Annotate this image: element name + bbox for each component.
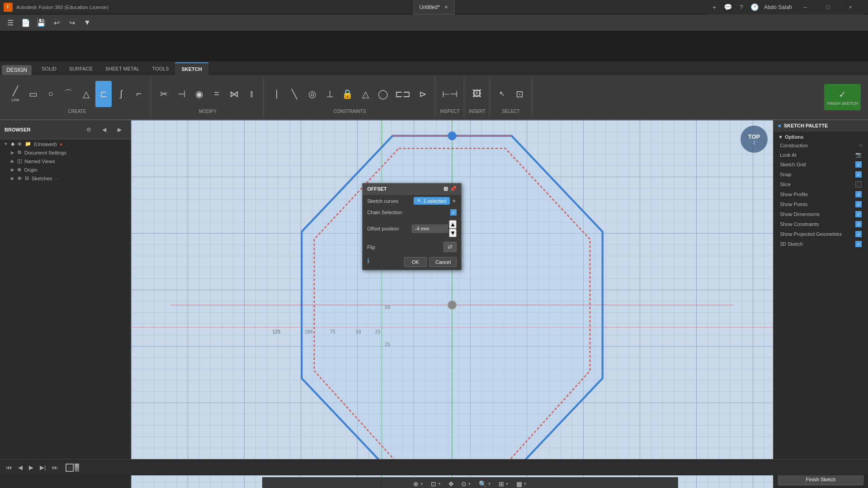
palette-show-points-row[interactable]: Show Points ✓ (774, 199, 868, 209)
smooth-button[interactable]: ◯ (375, 81, 391, 107)
rect-tool-button[interactable]: ▭ (25, 81, 41, 107)
flip-button[interactable]: ⇄ (443, 242, 457, 252)
offset-position-input[interactable] (412, 225, 448, 233)
browser-settings-icon[interactable]: ⚙ (82, 123, 95, 136)
trim-button[interactable]: ✂ (156, 81, 172, 107)
cancel-button[interactable]: Cancel (429, 257, 457, 267)
view-cube-button[interactable]: ⊞▼ (496, 479, 512, 488)
show-constraints-checkbox[interactable]: ✓ (855, 221, 862, 227)
clear-selection-button[interactable]: × (452, 197, 457, 204)
browser-item-sketches[interactable]: ▶ 👁 ⊟ Sketches ··· (0, 174, 131, 183)
timeline-scrubber[interactable] (75, 464, 79, 472)
coincident-button[interactable]: | (269, 81, 285, 107)
snap-button[interactable]: ⊕▼ (410, 479, 426, 488)
pan-button[interactable]: ✥ (446, 479, 457, 488)
timeline-frame-indicator[interactable]: □ (66, 464, 74, 472)
timeline-last-button[interactable]: ⏭ (50, 463, 60, 472)
browser-item-doc-settings[interactable]: ▶ ⚙ Document Settings (0, 148, 131, 157)
visibility-icon[interactable]: 👁 (17, 141, 22, 147)
sketch-grid-checkbox[interactable]: ✓ (855, 161, 862, 168)
chain-selection-checkbox[interactable]: ✓ (450, 209, 457, 216)
palette-construction-row[interactable]: Construction ◁ (774, 141, 868, 150)
grid-button[interactable]: ▦▼ (514, 479, 530, 488)
document-tab[interactable]: Untitled* × (414, 0, 455, 14)
insert-image-button[interactable]: 🖼 (469, 81, 485, 107)
slice-checkbox[interactable] (855, 181, 862, 188)
save-button[interactable]: 💾 (34, 16, 48, 29)
show-dimensions-checkbox[interactable]: ✓ (855, 211, 862, 217)
collinear-button[interactable]: ╲ (286, 81, 302, 107)
more-options-button[interactable]: ▼ (80, 16, 94, 29)
app-menu-button[interactable]: ☰ (4, 16, 17, 29)
offset-spin-down[interactable]: ▼ (449, 229, 457, 237)
equal-button[interactable]: ⊏⊐ (392, 81, 413, 107)
selected-badge[interactable]: ↖ 1 selected (414, 197, 449, 205)
3d-sketch-checkbox[interactable]: ✓ (855, 241, 862, 247)
view-indicator[interactable]: TOP 2 (741, 126, 768, 153)
redo-button[interactable]: ↪ (65, 16, 79, 29)
curve-tool-button[interactable]: ∫ (113, 81, 129, 107)
feedback-button[interactable]: ? (737, 2, 745, 12)
maximize-button[interactable]: □ (817, 0, 838, 14)
show-profile-checkbox[interactable]: ✓ (855, 191, 862, 197)
new-tab-button[interactable]: + (710, 2, 719, 12)
new-file-button[interactable]: 📄 (19, 16, 33, 29)
offset-spin-up[interactable]: ▲ (449, 220, 457, 229)
close-button[interactable]: × (840, 0, 861, 14)
palette-look-at-row[interactable]: Look At 📷 (774, 150, 868, 160)
options-expand-icon[interactable]: ▼ (778, 134, 783, 140)
palette-show-profile-row[interactable]: Show Profile ✓ (774, 189, 868, 199)
timeline-next-button[interactable]: ▶| (38, 463, 48, 472)
orbit-button[interactable]: ⊙▼ (458, 479, 474, 488)
arc-tool-button[interactable]: ⌒ (60, 81, 76, 107)
tab-tools[interactable]: TOOLS (146, 62, 175, 75)
timeline-prev-button[interactable]: ◀ (16, 463, 25, 472)
chat-button[interactable]: 💬 (722, 2, 735, 13)
palette-slice-row[interactable]: Slice (774, 179, 868, 189)
line-tool-button[interactable]: ╱Line (7, 81, 24, 107)
measure-button[interactable]: ⊢⊣ (439, 81, 460, 107)
palette-snap-row[interactable]: Snap ✓ (774, 169, 868, 179)
tangent-button[interactable]: △ (357, 81, 373, 107)
palette-show-projected-row[interactable]: Show Projected Geometries ✓ (774, 229, 868, 239)
point-top[interactable] (448, 131, 456, 140)
browser-expand-button[interactable]: ▶ (113, 123, 126, 136)
offset-curves-button[interactable]: = (208, 81, 225, 107)
tab-sheet-metal[interactable]: SHEET METAL (99, 62, 146, 75)
palette-sketch-grid-row[interactable]: Sketch Grid ✓ (774, 160, 868, 169)
pattern-button[interactable]: ⫿ (244, 81, 260, 107)
ok-button[interactable]: OK (404, 257, 427, 267)
record-icon[interactable]: ● (60, 141, 63, 147)
tab-surface[interactable]: SURFACE (63, 62, 99, 75)
browser-item-unsaved[interactable]: ▼ ◆ 👁 📁 (Unsaved) ● (0, 140, 131, 148)
show-points-checkbox[interactable]: ✓ (855, 201, 862, 207)
palette-show-constraints-row[interactable]: Show Constraints ✓ (774, 219, 868, 229)
break-button[interactable]: ◉ (191, 81, 207, 107)
visibility-icon[interactable]: 👁 (17, 176, 22, 181)
browser-item-named-views[interactable]: ▶ ◫ Named Views (0, 157, 131, 165)
tab-solid[interactable]: SOLID (35, 62, 63, 75)
select-window-button[interactable]: ⊡ (512, 81, 528, 107)
display-settings-button[interactable]: ⊡▼ (428, 479, 444, 488)
tab-sketch[interactable]: SKETCH (175, 62, 208, 75)
polygon-tool-button[interactable]: △ (78, 81, 94, 107)
snap-checkbox[interactable]: ✓ (855, 171, 862, 178)
timeline-play-button[interactable]: ▶ (27, 463, 36, 472)
palette-3d-sketch-row[interactable]: 3D Sketch ✓ (774, 239, 868, 249)
expand-icon[interactable]: ⊞ (443, 186, 448, 192)
midpoint-button[interactable]: ⊥ (321, 81, 338, 107)
palette-show-dimensions-row[interactable]: Show Dimensions ✓ (774, 209, 868, 219)
mirror-button[interactable]: ⋈ (226, 81, 242, 107)
select-button[interactable]: ↖ (494, 81, 510, 107)
chain-selection-row[interactable]: Chain Selection ✓ (363, 207, 461, 218)
clock-button[interactable]: 🕐 (748, 2, 761, 13)
sketch-hexagon[interactable] (131, 120, 773, 488)
parallel-button[interactable]: ⊳ (415, 81, 431, 107)
minimize-button[interactable]: – (795, 0, 816, 14)
undo-button[interactable]: ↩ (50, 16, 63, 29)
browser-item-origin[interactable]: ▶ ⊕ Origin (0, 165, 131, 174)
timeline-first-button[interactable]: ⏮ (4, 463, 14, 472)
extend-button[interactable]: ⊣ (173, 81, 189, 107)
zoom-button[interactable]: 🔍▼ (476, 479, 494, 488)
fillet-tool-button[interactable]: ⌐ (131, 81, 147, 107)
